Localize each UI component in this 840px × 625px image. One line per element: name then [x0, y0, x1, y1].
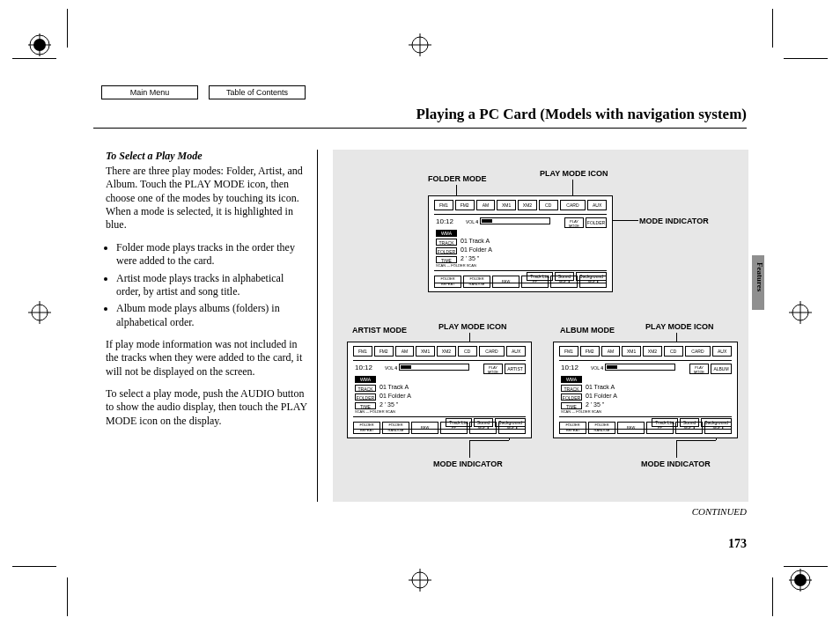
clock: 10:12 — [436, 217, 453, 225]
wma-badge: WMA — [436, 230, 457, 237]
ctrl-skip-[interactable]: SKIP ◂ — [469, 422, 497, 434]
body-text: To Select a Play Mode There are three pl… — [106, 150, 310, 437]
time-value: 2 ' 35 " — [461, 255, 479, 261]
ctrl-skip-[interactable]: SKIP ◂ — [675, 422, 703, 434]
main-menu-button[interactable]: Main Menu — [101, 85, 198, 99]
source-xm2[interactable]: XM2 — [437, 346, 456, 357]
source-fm1[interactable]: FM1 — [434, 200, 453, 210]
callout-folder-mode: FOLDER MODE — [428, 174, 487, 183]
source-xm1[interactable]: XM1 — [622, 346, 641, 357]
folder-tag: FOLDER — [355, 393, 376, 401]
folder-tag: FOLDER — [561, 393, 582, 401]
mode-indicator-box: FOLDER — [586, 217, 607, 228]
volume-bar — [605, 364, 675, 371]
source-am[interactable]: AM — [395, 346, 415, 357]
clock: 10:12 — [355, 364, 372, 371]
folder-value: 01 Folder A — [379, 393, 411, 399]
source-fm1[interactable]: FM1 — [353, 346, 372, 357]
track-value: 01 Track A — [379, 384, 409, 390]
ctrl-rew[interactable]: REW — [492, 276, 519, 288]
page-title: Playing a PC Card (Models with navigatio… — [416, 106, 747, 123]
scan-label[interactable]: SCAN — FOLDER SCAN — [355, 409, 395, 414]
time-value: 2 ' 35 " — [586, 401, 604, 408]
toc-button[interactable]: Table of Contents — [209, 85, 306, 99]
title-rule — [93, 128, 747, 129]
callout-play-mode-icon-3: PLAY MODE ICON — [645, 322, 714, 331]
section-tab: Features — [752, 255, 764, 310]
source-am[interactable]: AM — [601, 346, 621, 357]
volume-label: VOL 4 — [591, 365, 603, 371]
ctrl-skip-[interactable]: SKIP ▸ — [498, 422, 526, 434]
play-mode-button[interactable]: PLAY MODE — [564, 217, 584, 228]
ctrl-folder-random[interactable]: FOLDER RANDOM — [382, 422, 409, 434]
ctrl-folder-repeat[interactable]: FOLDER REPEAT — [353, 422, 380, 434]
source-cd[interactable]: CD — [539, 200, 558, 210]
source-fm2[interactable]: FM2 — [580, 346, 600, 357]
callout-album-mode: ALBUM MODE — [560, 326, 615, 335]
mode-indicator-box: ARTIST — [505, 364, 526, 374]
track-tag: TRACK — [355, 385, 376, 392]
ctrl-rew[interactable]: REW — [411, 422, 438, 434]
ctrl-ff[interactable]: FF — [440, 422, 468, 434]
ctrl-skip-[interactable]: SKIP ▸ — [704, 422, 732, 434]
folder-tag: FOLDER — [436, 247, 457, 254]
registration-mark — [28, 301, 51, 324]
volume-label: VOL 4 — [385, 365, 397, 371]
mode-indicator-box: ALBUM — [711, 364, 732, 374]
device-screen-album: FM1FM2AMXM1XM2CDCARDAUX10:12VOL 4PLAY MO… — [553, 342, 738, 438]
figure-panel: FOLDER MODE PLAY MODE ICON MODE INDICATO… — [333, 150, 748, 502]
source-am[interactable]: AM — [476, 200, 496, 210]
source-cd[interactable]: CD — [458, 346, 477, 357]
folder-value: 01 Folder A — [461, 246, 492, 253]
source-xm1[interactable]: XM1 — [416, 346, 435, 357]
source-fm2[interactable]: FM2 — [374, 346, 394, 357]
registration-mark — [409, 569, 431, 592]
callout-artist-mode: ARTIST MODE — [352, 326, 407, 335]
registration-mark — [789, 301, 812, 324]
play-mode-button[interactable]: PLAY MODE — [483, 364, 503, 374]
volume-label: VOL 4 — [466, 219, 478, 224]
track-tag: TRACK — [436, 239, 457, 246]
callout-mode-indicator-2: MODE INDICATOR — [433, 460, 503, 468]
column-divider — [317, 150, 318, 502]
ctrl-folder-repeat[interactable]: FOLDER REPEAT — [434, 276, 461, 288]
source-xm2[interactable]: XM2 — [518, 200, 537, 210]
callout-mode-indicator: MODE INDICATOR — [639, 217, 709, 225]
callout-play-mode-icon: PLAY MODE ICON — [540, 169, 608, 178]
source-aux[interactable]: AUX — [506, 346, 526, 357]
source-card[interactable]: CARD — [479, 346, 505, 357]
ctrl-folder-random[interactable]: FOLDER RANDOM — [588, 422, 615, 434]
page-number: 173 — [728, 537, 747, 551]
track-value: 01 Track A — [586, 384, 615, 390]
source-aux[interactable]: AUX — [587, 200, 607, 210]
source-xm2[interactable]: XM2 — [643, 346, 662, 357]
clock: 10:12 — [561, 364, 578, 371]
callout-play-mode-icon-2: PLAY MODE ICON — [438, 322, 507, 331]
track-tag: TRACK — [561, 385, 582, 392]
source-cd[interactable]: CD — [664, 346, 683, 357]
ctrl-folder-random[interactable]: FOLDER RANDOM — [463, 276, 490, 288]
source-card[interactable]: CARD — [560, 200, 586, 210]
ctrl-ff[interactable]: FF — [521, 276, 549, 288]
ctrl-skip-[interactable]: SKIP ▸ — [579, 276, 607, 288]
ctrl-folder-repeat[interactable]: FOLDER REPEAT — [559, 422, 586, 434]
time-tag: TIME — [355, 402, 376, 409]
source-xm1[interactable]: XM1 — [497, 200, 516, 210]
source-fm2[interactable]: FM2 — [455, 200, 475, 210]
scan-label[interactable]: SCAN — FOLDER SCAN — [436, 263, 476, 268]
play-mode-button[interactable]: PLAY MODE — [689, 364, 709, 374]
volume-bar — [399, 364, 469, 371]
source-card[interactable]: CARD — [685, 346, 711, 357]
time-tag: TIME — [561, 402, 582, 409]
source-aux[interactable]: AUX — [712, 346, 732, 357]
scan-label[interactable]: SCAN — FOLDER SCAN — [561, 409, 601, 414]
source-fm1[interactable]: FM1 — [559, 346, 578, 357]
wma-badge: WMA — [561, 376, 582, 383]
wma-badge: WMA — [355, 376, 376, 383]
registration-mark — [789, 569, 812, 592]
ctrl-skip-[interactable]: SKIP ◂ — [550, 276, 578, 288]
continued-label: CONTINUED — [692, 506, 747, 517]
ctrl-rew[interactable]: REW — [617, 422, 645, 434]
device-screen-artist: FM1FM2AMXM1XM2CDCARDAUX10:12VOL 4PLAY MO… — [347, 342, 532, 438]
ctrl-ff[interactable]: FF — [646, 422, 674, 434]
